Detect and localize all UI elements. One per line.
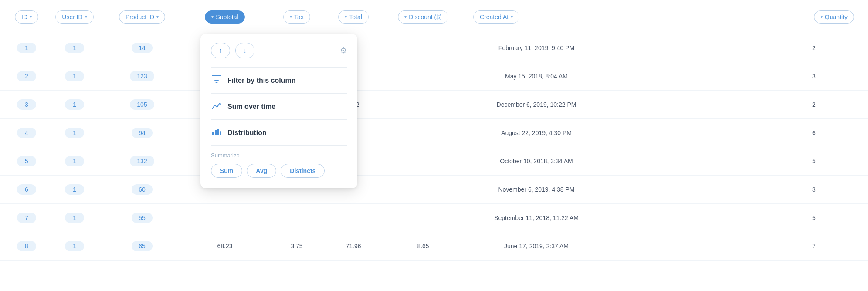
trend-icon <box>211 102 222 112</box>
col-header-userid[interactable]: User ID ▾ <box>46 10 103 24</box>
col-header-btn-quantity[interactable]: ▾ Quantity <box>814 10 854 24</box>
chevron-down-icon-quantity: ▾ <box>821 14 823 19</box>
popup-divider-2 <box>211 93 347 94</box>
table-cell: 3.75 <box>268 243 325 250</box>
col-header-quantity[interactable]: ▾ Quantity <box>774 10 861 24</box>
sort-asc-button[interactable]: ↑ <box>211 43 230 58</box>
table-row: 816568.233.7571.968.65June 17, 2019, 2:3… <box>0 232 868 261</box>
table-cell: May 15, 2018, 8:04 AM <box>465 73 600 80</box>
table-cell-quantity: 2 <box>774 44 861 51</box>
table-cell-quantity: 2 <box>774 101 861 108</box>
table-cell: 105 <box>103 99 181 110</box>
svg-rect-0 <box>212 132 214 135</box>
table-cell: September 11, 2018, 11:22 AM <box>465 214 600 221</box>
summarize-label: Summarize <box>211 148 347 164</box>
table-cell: December 6, 2019, 10:22 PM <box>465 101 600 108</box>
table-wrapper: ID ▾ User ID ▾ Product ID ▾ ▾ Subtotal <box>0 0 868 261</box>
table-cell-quantity: 6 <box>774 129 861 136</box>
table-cell: 14 <box>103 43 181 53</box>
svg-rect-3 <box>220 131 221 135</box>
col-header-btn-discount[interactable]: ▾ Discount ($) <box>398 10 448 24</box>
col-header-id[interactable]: ID ▾ <box>7 10 46 24</box>
table-cell-quantity: 5 <box>774 214 861 221</box>
table-cell: 60 <box>103 184 181 195</box>
sort-desc-button[interactable]: ↓ <box>235 43 254 58</box>
popup-divider-1 <box>211 67 347 68</box>
chevron-down-icon-total: ▾ <box>345 14 347 19</box>
table-cell: November 6, 2019, 4:38 PM <box>465 186 600 193</box>
svg-rect-2 <box>217 129 219 135</box>
gear-button[interactable]: ⚙ <box>340 46 347 55</box>
chevron-down-icon-id: ▾ <box>30 14 32 19</box>
table-cell-quantity: 3 <box>774 73 861 80</box>
chevron-down-icon-userid: ▾ <box>85 14 87 19</box>
col-header-btn-userid[interactable]: User ID ▾ <box>55 10 93 24</box>
table-cell: 123 <box>103 71 181 81</box>
chevron-down-icon-subtotal: ▾ <box>211 14 214 19</box>
sum-over-time-item[interactable]: Sum over time <box>211 95 347 118</box>
table-cell: 1 <box>46 43 103 53</box>
col-header-createdat[interactable]: Created At ▾ <box>465 10 600 24</box>
col-header-tax[interactable]: ▾ Tax <box>268 10 325 24</box>
table-cell: 94 <box>103 128 181 138</box>
table-row: 51132October 10, 2018, 3:34 AM5 <box>0 147 868 176</box>
distribution-icon <box>211 128 222 138</box>
table-cell: 1 <box>46 213 103 223</box>
col-header-btn-id[interactable]: ID ▾ <box>15 10 38 24</box>
col-header-btn-total[interactable]: ▾ Total <box>338 10 369 24</box>
col-label-tax: Tax <box>294 14 304 20</box>
col-label-userid: User ID <box>62 14 82 20</box>
table-cell-quantity: 3 <box>774 186 861 193</box>
table-cell: 4 <box>7 128 46 138</box>
col-label-quantity: Quantity <box>825 14 848 20</box>
col-header-btn-createdat[interactable]: Created At ▾ <box>473 10 519 24</box>
table-cell: 7 <box>7 213 46 223</box>
popup-divider-4 <box>211 146 347 146</box>
table-body: 1114February 11, 2019, 9:40 PM221123May … <box>0 34 868 261</box>
table-row: 1114February 11, 2019, 9:40 PM2 <box>0 34 868 62</box>
avg-button[interactable]: Avg <box>247 164 276 178</box>
table-row: 7155September 11, 2018, 11:22 AM5 <box>0 204 868 232</box>
table-row: 21123May 15, 2018, 8:04 AM3 <box>0 62 868 91</box>
chevron-down-icon-discount: ▾ <box>404 14 407 19</box>
sum-over-time-label: Sum over time <box>227 103 275 111</box>
distribution-item[interactable]: Distribution <box>211 122 347 144</box>
column-popup: ↑ ↓ ⚙ Filter by this column Sum over tim… <box>200 34 357 188</box>
popup-divider-3 <box>211 119 347 120</box>
filter-by-column-item[interactable]: Filter by this column <box>211 69 347 91</box>
col-header-discount[interactable]: ▾ Discount ($) <box>382 10 465 24</box>
table-cell: 3 <box>7 99 46 110</box>
table-cell: 68.23 <box>181 243 268 250</box>
popup-pill-row: Sum Avg Distincts <box>211 164 347 178</box>
table-cell: 132 <box>103 156 181 166</box>
col-header-btn-productid[interactable]: Product ID ▾ <box>119 10 165 24</box>
col-label-productid: Product ID <box>125 14 154 20</box>
col-header-productid[interactable]: Product ID ▾ <box>103 10 181 24</box>
filter-icon <box>211 75 222 85</box>
filter-by-column-label: Filter by this column <box>227 77 295 85</box>
distincts-button[interactable]: Distincts <box>281 164 325 178</box>
table-cell: 8 <box>7 241 46 251</box>
table-cell: 1 <box>46 128 103 138</box>
table-header: ID ▾ User ID ▾ Product ID ▾ ▾ Subtotal <box>0 0 868 34</box>
sum-button[interactable]: Sum <box>211 164 242 178</box>
col-label-subtotal: Subtotal <box>216 14 238 20</box>
table-cell-quantity: 5 <box>774 158 861 165</box>
table-cell: 1 <box>7 43 46 53</box>
col-header-total[interactable]: ▾ Total <box>325 10 382 24</box>
table-cell: August 22, 2019, 4:30 PM <box>465 129 600 136</box>
distribution-label: Distribution <box>227 129 267 137</box>
col-label-total: Total <box>349 14 362 20</box>
table-row: 4194August 22, 2019, 4:30 PM6 <box>0 119 868 147</box>
table-cell: 1 <box>46 71 103 81</box>
table-cell: 1 <box>46 156 103 166</box>
table-cell-quantity: 7 <box>774 243 861 250</box>
table-cell: February 11, 2019, 9:40 PM <box>465 44 600 51</box>
col-header-subtotal[interactable]: ▾ Subtotal <box>181 10 268 24</box>
table-cell: 6 <box>7 184 46 195</box>
table-cell: 1 <box>46 241 103 251</box>
table-cell: 55 <box>103 213 181 223</box>
col-header-btn-tax[interactable]: ▾ Tax <box>283 10 310 24</box>
col-header-btn-subtotal[interactable]: ▾ Subtotal <box>205 10 244 24</box>
table-cell: 5 <box>7 156 46 166</box>
